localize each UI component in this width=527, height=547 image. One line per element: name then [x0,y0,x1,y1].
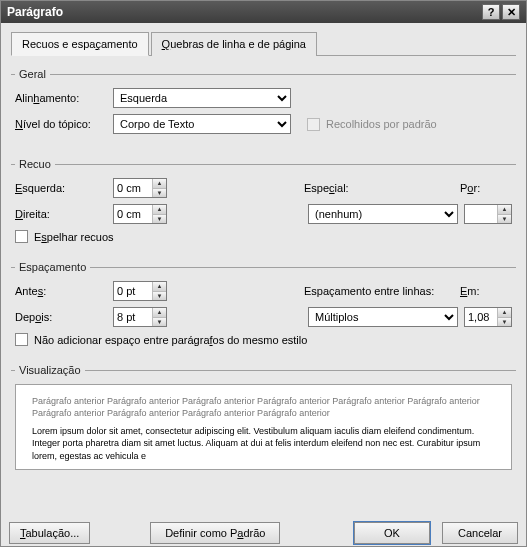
label-mirror-indents: Espelhar recuos [34,231,114,243]
group-indent: Recuo Esquerda: ▲▼ Especial: Por: [11,158,516,245]
checkbox-no-space-same-style[interactable] [15,333,28,346]
spinner-indent-right[interactable]: ▲▼ [113,204,167,224]
label-indent-right: Direita: [15,208,113,220]
titlebar: Parágrafo ? ✕ [1,1,526,23]
label-outline-level: Nível do tópico: [15,118,113,130]
select-special[interactable]: (nenhum) [308,204,458,224]
checkbox-no-space-same-style-row[interactable]: Não adicionar espaço entre parágrafos do… [15,333,512,346]
legend-preview: Visualização [15,364,85,376]
select-outline-level[interactable]: Corpo de Texto [113,114,291,134]
close-icon[interactable]: ✕ [502,4,520,20]
label-special: Especial: [304,182,460,194]
spinner-before[interactable]: ▲▼ [113,281,167,301]
label-line-spacing: Espaçamento entre linhas: [304,285,460,297]
input-before[interactable] [114,282,152,300]
checkbox-mirror-indents-row[interactable]: Espelhar recuos [15,230,512,243]
select-line-spacing[interactable]: Múltiplos [308,307,458,327]
preview-box: Parágrafo anterior Parágrafo anterior Pa… [15,384,512,470]
spin-buttons[interactable]: ▲▼ [152,282,166,300]
label-at: Em: [460,285,512,297]
checkbox-mirror-indents[interactable] [15,230,28,243]
spinner-at[interactable]: ▲▼ [464,307,512,327]
spin-buttons[interactable]: ▲▼ [152,179,166,197]
label-before: Antes: [15,285,113,297]
spin-buttons[interactable]: ▲▼ [497,205,511,223]
group-spacing: Espaçamento Antes: ▲▼ Espaçamento entre … [11,261,516,348]
button-tabs[interactable]: Tabulação... [9,522,90,544]
preview-sample-text: Lorem ipsum dolor sit amet, consectetur … [32,425,495,461]
select-alignment[interactable]: Esquerda [113,88,291,108]
button-ok[interactable]: OK [354,522,430,544]
label-no-space-same-style: Não adicionar espaço entre parágrafos do… [34,334,307,346]
checkbox-collapsed-default [307,118,320,131]
window-title: Parágrafo [7,5,63,19]
tab-line-page-breaks[interactable]: Quebras de linha e de página [151,32,317,56]
label-indent-left: Esquerda: [15,182,113,194]
input-by[interactable] [465,205,497,223]
spin-buttons[interactable]: ▲▼ [152,308,166,326]
preview-prev-text: Parágrafo anterior Parágrafo anterior Pa… [32,395,495,419]
dialog-window: Parágrafo ? ✕ Recuos e espaçamento Quebr… [0,0,527,547]
input-after[interactable] [114,308,152,326]
legend-general: Geral [15,68,50,80]
dialog-footer: Tabulação... Definir como Padrão OK Canc… [1,518,526,546]
button-set-default[interactable]: Definir como Padrão [150,522,280,544]
group-general: Geral Alinhamento: Esquerda Nível do tóp… [11,68,516,142]
legend-indent: Recuo [15,158,55,170]
label-alignment: Alinhamento: [15,92,113,104]
legend-spacing: Espaçamento [15,261,90,273]
spin-buttons[interactable]: ▲▼ [152,205,166,223]
button-cancel[interactable]: Cancelar [442,522,518,544]
spinner-after[interactable]: ▲▼ [113,307,167,327]
spinner-by[interactable]: ▲▼ [464,204,512,224]
input-at[interactable] [465,308,497,326]
input-indent-right[interactable] [114,205,152,223]
label-by: Por: [460,182,512,194]
label-after: Depois: [15,311,113,323]
label-collapsed-default: Recolhidos por padrão [326,118,437,130]
spinner-indent-left[interactable]: ▲▼ [113,178,167,198]
tab-indent-spacing[interactable]: Recuos e espaçamento [11,32,149,56]
tab-strip: Recuos e espaçamento Quebras de linha e … [11,31,516,56]
help-icon[interactable]: ? [482,4,500,20]
group-preview: Visualização Parágrafo anterior Parágraf… [11,364,516,472]
input-indent-left[interactable] [114,179,152,197]
spin-buttons[interactable]: ▲▼ [497,308,511,326]
